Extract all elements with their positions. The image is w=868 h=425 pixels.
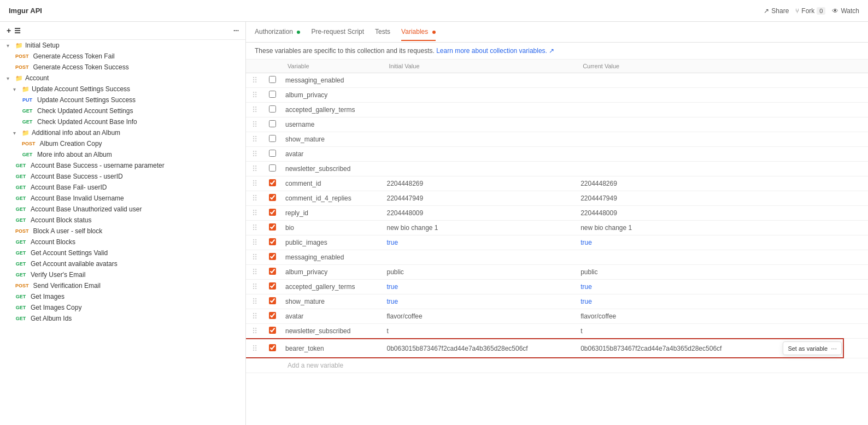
current-value-cell[interactable] <box>576 250 846 265</box>
current-value-cell[interactable]: 2204448269 <box>576 176 846 191</box>
variable-name[interactable]: avatar <box>285 150 303 158</box>
share-button[interactable]: ↗ Share <box>764 7 789 15</box>
sidebar-folder[interactable]: ▾ 📁 Update Account Settings Success <box>0 84 245 95</box>
sidebar-request[interactable]: GET Account Base Invalid Username <box>0 193 245 204</box>
variable-name[interactable]: public_images <box>285 239 327 246</box>
current-value-cell[interactable]: true <box>576 280 846 294</box>
initial-value[interactable]: public <box>386 268 403 276</box>
initial-value[interactable]: 0b063015b873467f2cad44e7a4b365d28ec506cf <box>386 345 527 352</box>
drag-handle[interactable]: ⠿ <box>252 209 257 217</box>
tab-pre-request[interactable]: Pre-request Script <box>311 23 364 41</box>
current-value-cell[interactable] <box>576 162 846 176</box>
current-value-cell[interactable] <box>576 88 846 103</box>
sidebar-folder[interactable]: ▾ 📁 Initial Setup <box>0 40 245 51</box>
sidebar-request[interactable]: GET More info about an Album <box>0 149 245 160</box>
sidebar-request[interactable]: GET Get Account available avatars <box>0 258 245 269</box>
drag-handle[interactable]: ⠿ <box>252 282 257 291</box>
variable-checkbox[interactable] <box>269 120 276 127</box>
hamburger-icon[interactable]: ☰ <box>14 27 21 35</box>
variable-checkbox[interactable] <box>269 327 276 334</box>
variable-checkbox[interactable] <box>269 91 276 98</box>
current-value-cell[interactable]: t <box>576 324 846 339</box>
initial-value[interactable]: 2204447949 <box>386 194 423 202</box>
current-value[interactable]: true <box>580 298 592 305</box>
initial-value[interactable]: true <box>386 283 398 291</box>
sidebar-request[interactable]: GET Get Account Settings Valid <box>0 247 245 258</box>
sidebar-request[interactable]: POST Generate Access Token Fail <box>0 51 245 62</box>
sidebar-request[interactable]: GET Account Base Success - username para… <box>0 160 245 171</box>
current-value[interactable]: 2204448009 <box>580 209 617 217</box>
drag-handle[interactable]: ⠿ <box>252 76 257 85</box>
current-value-cell[interactable] <box>576 103 846 117</box>
drag-handle[interactable]: ⠿ <box>252 253 257 262</box>
sidebar-request[interactable]: GET Check Updated Account Base Info <box>0 116 245 127</box>
current-value-cell[interactable]: 2204447949 <box>576 191 846 206</box>
more-options-icon[interactable]: ··· <box>831 344 837 352</box>
variable-name[interactable]: show_mature <box>285 135 325 143</box>
sidebar-folder[interactable]: ▾ 📁 Account <box>0 73 245 84</box>
variable-checkbox[interactable] <box>269 253 276 260</box>
current-value-cell[interactable] <box>576 132 846 147</box>
initial-value[interactable]: t <box>386 327 388 335</box>
current-value[interactable]: true <box>580 283 592 291</box>
fork-button[interactable]: ⑂ Fork 0 <box>795 7 825 15</box>
sidebar-request[interactable]: POST Block A user - self block <box>0 226 245 237</box>
sidebar-request[interactable]: GET Account Base Fail- userID <box>0 182 245 193</box>
sidebar-request[interactable]: GET Account Base Unauthorized valid user <box>0 204 245 215</box>
variable-checkbox[interactable] <box>269 150 276 157</box>
drag-handle[interactable]: ⠿ <box>252 194 257 203</box>
variable-name[interactable]: album_privacy <box>285 268 327 276</box>
drag-handle[interactable]: ⠿ <box>252 268 257 276</box>
variable-checkbox[interactable] <box>269 312 276 319</box>
current-value[interactable]: 2204447949 <box>580 194 617 202</box>
variable-checkbox[interactable] <box>269 268 276 275</box>
sidebar-request[interactable]: GET Verify User's Email <box>0 269 245 280</box>
sidebar-request[interactable]: GET Check Updated Account Settings <box>0 105 245 116</box>
sidebar-request[interactable]: GET Get Album Ids <box>0 313 245 324</box>
current-value-cell[interactable]: public <box>576 265 846 280</box>
variable-name[interactable]: comment_id_4_replies <box>285 194 351 202</box>
current-value-cell[interactable]: flavor/coffee <box>576 309 846 324</box>
set-as-variable-button[interactable]: Set as variable <box>788 345 828 352</box>
drag-handle[interactable]: ⠿ <box>252 105 257 114</box>
initial-value[interactable]: new bio change 1 <box>386 224 438 232</box>
sidebar-request[interactable]: GET Get Images Copy <box>0 302 245 313</box>
add-variable-label[interactable]: Add a new variable <box>281 358 846 373</box>
variable-name[interactable]: reply_id <box>285 209 308 217</box>
add-icon[interactable]: + <box>7 26 11 35</box>
tab-tests[interactable]: Tests <box>375 23 390 41</box>
variable-checkbox[interactable] <box>269 297 276 304</box>
sidebar-request[interactable]: GET Get Images <box>0 291 245 302</box>
variable-name[interactable]: comment_id <box>285 180 321 187</box>
drag-handle[interactable]: ⠿ <box>252 91 257 99</box>
drag-handle[interactable]: ⠿ <box>252 164 257 173</box>
variable-name[interactable]: newsletter_subscribed <box>285 327 350 335</box>
current-value[interactable]: 2204448269 <box>580 180 617 187</box>
variable-checkbox[interactable] <box>269 238 276 245</box>
variable-checkbox[interactable] <box>269 282 276 290</box>
current-value-cell[interactable] <box>576 117 846 132</box>
current-value-cell[interactable]: true <box>576 235 846 250</box>
variable-name[interactable]: avatar <box>285 312 303 320</box>
more-options-icon[interactable]: ··· <box>233 27 239 34</box>
current-value[interactable]: flavor/coffee <box>580 312 616 320</box>
current-value-cell[interactable] <box>576 147 846 162</box>
variable-name[interactable]: messaging_enabled <box>285 253 344 261</box>
current-value-cell[interactable]: new bio change 1 <box>576 221 846 235</box>
sidebar-request[interactable]: GET Account Blocks <box>0 237 245 247</box>
watch-button[interactable]: 👁 Watch <box>832 7 859 15</box>
variable-name[interactable]: show_mature <box>285 298 325 305</box>
add-variable-row[interactable]: Add a new variable <box>246 358 868 373</box>
initial-value[interactable]: 2204448009 <box>386 209 423 217</box>
variable-checkbox[interactable] <box>269 105 276 113</box>
current-value[interactable]: true <box>580 239 592 246</box>
variable-name[interactable]: username <box>285 121 314 128</box>
drag-handle[interactable]: ⠿ <box>252 120 257 129</box>
drag-handle[interactable]: ⠿ <box>252 297 257 306</box>
current-value[interactable]: t <box>580 327 582 335</box>
drag-handle[interactable]: ⠿ <box>252 327 257 335</box>
drag-handle[interactable]: ⠿ <box>252 179 257 188</box>
drag-handle[interactable]: ⠿ <box>252 223 257 232</box>
variable-checkbox[interactable] <box>269 135 276 142</box>
tab-variables[interactable]: Variables <box>401 23 435 41</box>
